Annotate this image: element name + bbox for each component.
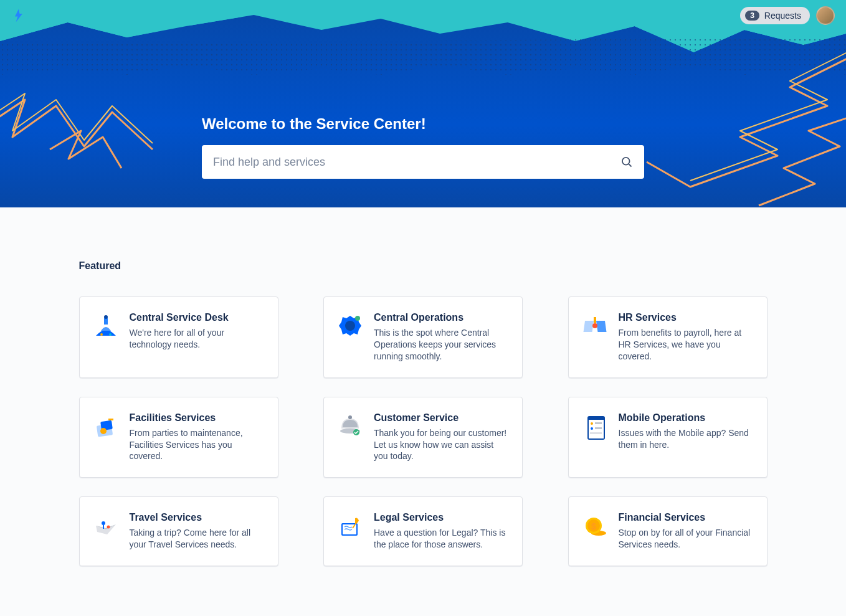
header-right: 3 Requests — [740, 6, 835, 25]
svg-rect-22 — [595, 422, 602, 424]
svg-point-4 — [100, 333, 103, 336]
svg-rect-25 — [590, 432, 602, 434]
svg-point-3 — [104, 315, 108, 319]
card-description: Thank you for being our customer! Let us… — [374, 427, 510, 463]
requests-count-badge: 3 — [745, 11, 759, 21]
svg-point-21 — [591, 422, 593, 425]
featured-cards-grid: Central Service Desk We're here for all … — [79, 296, 768, 566]
travel-icon — [92, 512, 120, 539]
card-title: Central Operations — [374, 312, 510, 323]
card-travel-services[interactable]: Travel Services Taking a trip? Come here… — [79, 496, 278, 566]
svg-point-7 — [355, 316, 360, 321]
hr-icon — [581, 312, 609, 339]
requests-label: Requests — [764, 11, 801, 21]
card-legal-services[interactable]: Legal Services Have a question for Legal… — [323, 496, 523, 566]
hero-banner: 3 Requests Welcome to the Service Center… — [0, 0, 846, 207]
svg-point-17 — [348, 415, 352, 419]
svg-point-26 — [102, 521, 105, 525]
requests-button[interactable]: 3 Requests — [740, 7, 810, 24]
card-title: Central Service Desk — [130, 312, 265, 323]
card-description: Have a question for Legal? This is the p… — [374, 527, 510, 551]
card-body: Travel Services Taking a trip? Come here… — [130, 512, 265, 551]
card-body: Financial Services Stop on by for all of… — [619, 512, 754, 551]
card-description: From parties to maintenance, Facilities … — [130, 427, 265, 463]
card-facilities-services[interactable]: Facilities Services From parties to main… — [79, 397, 278, 478]
card-financial-services[interactable]: $ Financial Services Stop on by for all … — [568, 496, 768, 566]
search-box[interactable] — [202, 145, 644, 179]
svg-point-14 — [100, 428, 107, 434]
card-description: Issues with the Mobile app? Send them in… — [619, 427, 754, 451]
card-title: Financial Services — [619, 512, 754, 523]
card-mobile-operations[interactable]: Mobile Operations Issues with the Mobile… — [568, 397, 768, 478]
logo-icon[interactable] — [11, 8, 26, 23]
card-title: Travel Services — [130, 512, 265, 523]
mobile-icon — [581, 412, 609, 440]
card-body: Legal Services Have a question for Legal… — [374, 512, 510, 551]
svg-rect-9 — [596, 321, 606, 332]
card-description: Taking a trip? Come here for all your Tr… — [130, 527, 265, 551]
card-description: Stop on by for all of your Financial Ser… — [619, 527, 754, 551]
svg-point-6 — [345, 321, 355, 331]
avatar[interactable] — [816, 6, 835, 25]
svg-rect-2 — [104, 318, 108, 325]
card-body: HR Services From benefits to payroll, he… — [619, 312, 754, 362]
card-body: Central Operations This is the spot wher… — [374, 312, 510, 362]
card-description: This is the spot where Central Operation… — [374, 327, 510, 362]
svg-point-0 — [622, 158, 630, 165]
search-input[interactable] — [213, 156, 620, 169]
svg-line-1 — [629, 164, 632, 167]
svg-point-28 — [107, 526, 110, 529]
svg-rect-8 — [583, 321, 594, 332]
svg-point-23 — [591, 427, 593, 430]
svg-point-5 — [109, 333, 112, 336]
card-hr-services[interactable]: HR Services From benefits to payroll, he… — [568, 296, 768, 378]
card-body: Facilities Services From parties to main… — [130, 412, 265, 463]
card-body: Customer Service Thank you for being our… — [374, 412, 510, 463]
svg-rect-24 — [595, 427, 602, 429]
header-bar: 3 Requests — [0, 0, 846, 31]
card-body: Mobile Operations Issues with the Mobile… — [619, 412, 754, 463]
card-title: Legal Services — [374, 512, 510, 523]
card-central-operations[interactable]: Central Operations This is the spot wher… — [323, 296, 523, 378]
legal-icon — [336, 512, 364, 539]
svg-rect-15 — [108, 419, 113, 420]
svg-rect-11 — [594, 317, 596, 323]
service-desk-icon — [92, 312, 120, 339]
operations-icon — [336, 312, 364, 339]
facilities-icon — [92, 412, 120, 440]
card-title: HR Services — [619, 312, 754, 323]
card-title: Customer Service — [374, 412, 510, 424]
card-description: From benefits to payroll, here at HR Ser… — [619, 327, 754, 362]
customer-service-icon — [336, 412, 364, 440]
card-customer-service[interactable]: Customer Service Thank you for being our… — [323, 397, 523, 478]
page-title: Welcome to the Service Center! — [202, 115, 644, 133]
featured-heading: Featured — [79, 260, 768, 272]
card-title: Facilities Services — [130, 412, 265, 424]
card-description: We're here for all of your technology ne… — [130, 327, 265, 351]
card-body: Central Service Desk We're here for all … — [130, 312, 265, 362]
card-central-service-desk[interactable]: Central Service Desk We're here for all … — [79, 296, 278, 378]
main-content: Featured Central Service Desk We're here… — [79, 207, 768, 591]
svg-text:$: $ — [591, 521, 596, 531]
financial-icon: $ — [581, 512, 609, 539]
card-title: Mobile Operations — [619, 412, 754, 424]
svg-rect-27 — [103, 525, 104, 529]
svg-point-10 — [592, 323, 597, 328]
search-icon[interactable] — [620, 156, 633, 168]
